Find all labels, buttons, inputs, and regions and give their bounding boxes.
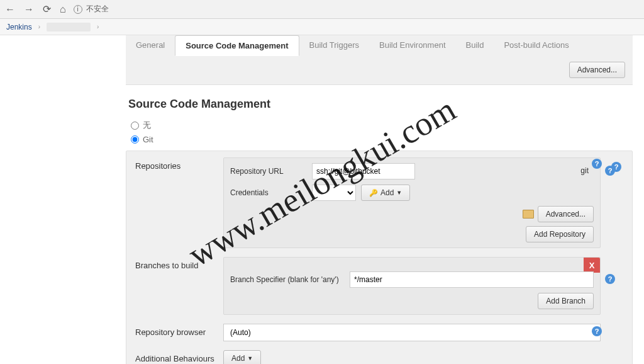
left-sidebar [0, 35, 126, 364]
add-credentials-button[interactable]: 🔑 Add ▼ [361, 185, 410, 201]
additional-label: Additional Behaviours [135, 350, 223, 363]
repo-url-label: Repository URL [230, 167, 312, 176]
add-repository-button[interactable]: Add Repository [526, 226, 594, 242]
tab-build-triggers[interactable]: Build Triggers [299, 35, 369, 55]
section-title: Source Code Management [128, 98, 633, 111]
credentials-label: Credentials [230, 188, 312, 197]
repo-browser-label: Repository browser [135, 324, 223, 337]
help-icon[interactable]: ? [605, 166, 615, 176]
help-icon[interactable]: ? [605, 274, 615, 284]
delete-branch-button[interactable]: X [584, 258, 600, 273]
url-bar[interactable]: i 不安全 [74, 4, 109, 14]
scm-none-label: 无 [143, 120, 151, 131]
repo-url-input[interactable] [312, 163, 415, 179]
nav-icon-group: ← → ⟳ ⌂ [5, 4, 66, 14]
top-advanced-row: Advanced... [126, 55, 633, 85]
repo-url-suffix: git [580, 166, 589, 175]
config-tabs: General Source Code Management Build Tri… [126, 35, 633, 56]
tab-build-environment[interactable]: Build Environment [369, 35, 456, 55]
branch-spec-input[interactable] [350, 271, 594, 288]
back-icon[interactable]: ← [5, 4, 15, 14]
chevron-right-icon: › [38, 23, 40, 30]
scm-git-label: Git [143, 135, 153, 144]
add-behaviour-button[interactable]: Add ▼ [223, 350, 261, 364]
add-branch-button[interactable]: Add Branch [538, 293, 594, 309]
reload-icon[interactable]: ⟳ [43, 4, 51, 14]
forward-icon[interactable]: → [24, 4, 34, 14]
credentials-select[interactable] [312, 185, 356, 201]
radio-none[interactable] [131, 122, 139, 130]
repo-browser-select[interactable]: (Auto) [223, 324, 601, 341]
scm-none-option[interactable]: 无 [131, 120, 633, 131]
branch-spec-label: Branch Specifier (blank for 'any') [230, 275, 350, 284]
breadcrumb-item-redacted[interactable] [47, 23, 91, 31]
breadcrumb: Jenkins › › [0, 19, 644, 35]
repositories-label: Repositories [135, 157, 223, 171]
add-label: Add [231, 354, 245, 363]
radio-git[interactable] [131, 135, 139, 144]
security-label: 不安全 [86, 4, 109, 14]
tab-build[interactable]: Build [456, 35, 494, 55]
note-icon [523, 210, 534, 219]
add-label: Add [380, 188, 394, 197]
caret-down-icon: ▼ [396, 190, 402, 196]
advanced-button-top[interactable]: Advanced... [569, 62, 625, 78]
branches-label: Branches to build [135, 257, 223, 270]
home-icon[interactable]: ⌂ [60, 4, 66, 14]
repositories-block: ? Repository URL git ? Credentials [223, 157, 601, 248]
tab-scm[interactable]: Source Code Management [175, 35, 299, 56]
caret-down-icon: ▼ [247, 355, 253, 361]
tab-post-build[interactable]: Post-build Actions [494, 35, 579, 55]
browser-toolbar: ← → ⟳ ⌂ i 不安全 [0, 0, 644, 19]
key-icon: 🔑 [369, 189, 378, 197]
info-icon[interactable]: i [74, 5, 82, 14]
tab-general[interactable]: General [126, 35, 175, 55]
help-icon[interactable]: ? [592, 159, 602, 169]
advanced-button-repo[interactable]: Advanced... [538, 206, 594, 222]
scm-git-option[interactable]: Git [131, 135, 633, 144]
branches-block: X Branch Specifier (blank for 'any') ? A… [223, 257, 601, 315]
breadcrumb-root[interactable]: Jenkins [6, 23, 32, 31]
help-icon[interactable]: ? [592, 326, 602, 336]
chevron-right-icon: › [97, 23, 99, 30]
